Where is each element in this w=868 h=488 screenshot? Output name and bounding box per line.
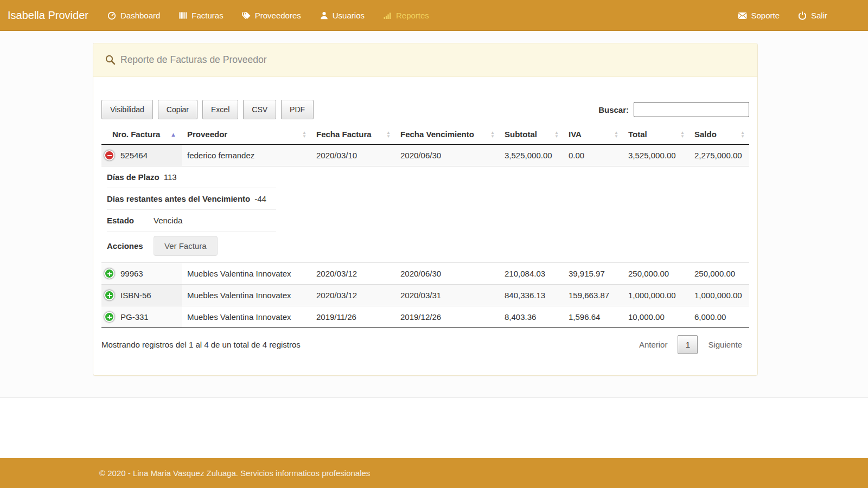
cell-total: 1,000,000.00 (623, 285, 689, 306)
table-row: 99963 Muebles Valentina Innovatex 2020/0… (101, 263, 749, 285)
main-container: Reporte de Facturas de Proveedor Visibil… (93, 43, 758, 376)
collapse-row-icon[interactable] (104, 150, 114, 160)
search-icon (105, 55, 116, 65)
visibility-button[interactable]: Visibilidad (101, 100, 153, 119)
envelope-icon (738, 11, 747, 20)
excel-button[interactable]: Excel (202, 100, 238, 119)
panel-body: Visibilidad Copiar Excel CSV PDF Buscar: (93, 77, 757, 375)
cell-subtotal: 3,525,000.00 (499, 145, 563, 166)
nav-item-label: Facturas (192, 11, 223, 20)
row-detail-list: Días de Plazo 113 Días restantes antes d… (107, 166, 276, 260)
detail-item-acciones: Acciones Ver Factura (107, 232, 276, 260)
nav-item-salir[interactable]: Salir (789, 0, 837, 31)
sort-icons: ▲▼ (490, 131, 495, 138)
pdf-button[interactable]: PDF (281, 100, 314, 119)
nav-item-proveedores[interactable]: Proveedores (233, 0, 310, 31)
cell-proveedor: Muebles Valentina Innovatex (182, 263, 311, 285)
detail-item-estado: Estado Vencida (107, 210, 276, 232)
cell-iva: 0.00 (563, 145, 623, 166)
cell-fecha-factura: 2020/03/12 (311, 263, 395, 285)
search-input[interactable] (634, 102, 749, 117)
column-header-iva[interactable]: IVA▲▼ (563, 124, 623, 145)
cell-iva: 1,596.64 (563, 306, 623, 328)
view-invoice-button[interactable]: Ver Factura (154, 236, 218, 256)
expand-row-icon[interactable] (104, 290, 114, 300)
nav-item-facturas[interactable]: Facturas (169, 0, 232, 31)
column-header-nro-factura[interactable]: Nro. Factura▲ (101, 124, 182, 145)
nav-item-soporte[interactable]: Soporte (729, 0, 789, 31)
cell-fecha-vencimiento: 2019/12/26 (395, 306, 499, 328)
barcode-icon (178, 11, 188, 20)
nav-item-reportes[interactable]: Reportes (374, 0, 438, 31)
current-page-button[interactable]: 1 (678, 335, 698, 354)
sort-asc-icon: ▲ (170, 131, 176, 137)
sort-icons: ▲▼ (554, 131, 559, 138)
nav-item-label: Salir (811, 11, 827, 20)
cell-fecha-vencimiento: 2020/03/31 (395, 285, 499, 306)
cell-saldo: 2,275,000.00 (689, 145, 749, 166)
table-row: PG-331 Muebles Valentina Innovatex 2019/… (101, 306, 749, 328)
footer-divider (0, 397, 868, 458)
report-panel: Reporte de Facturas de Proveedor Visibil… (93, 43, 758, 376)
export-buttons: Visibilidad Copiar Excel CSV PDF (101, 100, 314, 119)
copy-button[interactable]: Copiar (158, 100, 197, 119)
column-header-fecha-factura[interactable]: Fecha Factura▲▼ (311, 124, 395, 145)
cell-proveedor: Muebles Valentina Innovatex (182, 306, 311, 328)
table-footer: Mostrando registros del 1 al 4 de un tot… (101, 335, 749, 354)
cell-saldo: 250,000.00 (689, 263, 749, 285)
cell-iva: 39,915.97 (563, 263, 623, 285)
cell-fecha-factura: 2020/03/10 (311, 145, 395, 166)
sort-icons: ▲▼ (386, 131, 391, 138)
previous-page-button[interactable]: Anterior (632, 336, 675, 354)
user-icon (320, 11, 329, 20)
cell-nro-factura: ISBN-56 (101, 285, 182, 306)
nav-item-label: Soporte (751, 11, 780, 20)
cell-nro-factura: 525464 (101, 145, 182, 166)
cell-total: 10,000.00 (623, 306, 689, 328)
cell-saldo: 1,000,000.00 (689, 285, 749, 306)
detail-value: -44 (254, 194, 266, 203)
cell-proveedor: federico fernandez (182, 145, 311, 166)
detail-item-dias-restantes: Días restantes antes del Vencimiento -44 (107, 188, 276, 210)
cell-nro-factura: PG-331 (101, 306, 182, 328)
csv-button[interactable]: CSV (243, 100, 276, 119)
page-footer: © 2020 - Lina Maria Vasquez Zuluaga. Ser… (0, 458, 868, 488)
sort-icons: ▲▼ (741, 131, 745, 138)
pagination: Anterior 1 Siguiente (632, 335, 749, 354)
cell-fecha-vencimiento: 2020/06/30 (395, 263, 499, 285)
cell-total: 250,000.00 (623, 263, 689, 285)
search-label: Buscar: (598, 105, 629, 114)
row-detail-panel: Días de Plazo 113 Días restantes antes d… (101, 166, 749, 263)
cell-subtotal: 8,403.36 (499, 306, 563, 328)
brand[interactable]: Isabella Provider (8, 9, 88, 22)
nav-item-dashboard[interactable]: Dashboard (98, 0, 169, 31)
sort-icons: ▲▼ (302, 131, 307, 138)
expand-row-icon[interactable] (104, 268, 114, 279)
column-header-total[interactable]: Total▲▼ (623, 124, 689, 145)
nav-item-usuarios[interactable]: Usuarios (310, 0, 374, 31)
detail-item-dias-plazo: Días de Plazo 113 (107, 166, 276, 188)
cell-subtotal: 840,336.13 (499, 285, 563, 306)
column-header-saldo[interactable]: Saldo▲▼ (689, 124, 749, 145)
next-page-button[interactable]: Siguiente (701, 336, 749, 354)
tags-icon (242, 11, 251, 20)
column-header-subtotal[interactable]: Subtotal▲▼ (499, 124, 563, 145)
search-wrap: Buscar: (598, 102, 749, 117)
nav-item-label: Proveedores (255, 11, 301, 20)
nav-item-label: Dashboard (120, 11, 160, 20)
invoices-table: Nro. Factura▲ Proveedor▲▼ Fecha Factura▲… (101, 124, 749, 328)
table-row: ISBN-56 Muebles Valentina Innovatex 2020… (101, 285, 749, 306)
table-header-row: Nro. Factura▲ Proveedor▲▼ Fecha Factura▲… (101, 124, 749, 145)
records-info: Mostrando registros del 1 al 4 de un tot… (101, 340, 301, 349)
column-header-proveedor[interactable]: Proveedor▲▼ (182, 124, 311, 145)
sort-icons: ▲▼ (680, 131, 685, 138)
cell-saldo: 6,000.00 (689, 306, 749, 328)
page-title: Reporte de Facturas de Proveedor (120, 54, 266, 66)
column-header-fecha-vencimiento[interactable]: Fecha Vencimiento▲▼ (395, 124, 499, 145)
cell-proveedor: Muebles Valentina Innovatex (182, 285, 311, 306)
sort-icons: ▲▼ (614, 131, 618, 138)
cell-fecha-factura: 2020/03/12 (311, 285, 395, 306)
cell-iva: 159,663.87 (563, 285, 623, 306)
table-row: 525464 federico fernandez 2020/03/10 202… (101, 145, 749, 166)
expand-row-icon[interactable] (104, 312, 114, 322)
